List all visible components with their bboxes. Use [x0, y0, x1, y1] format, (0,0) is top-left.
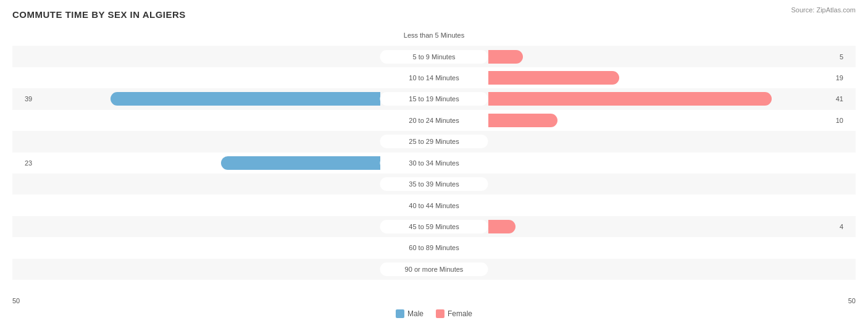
chart-row: Less than 5 Minutes: [12, 25, 856, 46]
axis-label-right: 50: [848, 297, 856, 304]
chart-container: COMMUTE TIME BY SEX IN ALGIERS Source: Z…: [0, 0, 868, 323]
center-label: 90 or more Minutes: [380, 262, 488, 276]
value-label-right: 19: [836, 74, 843, 82]
center-label: 35 to 39 Minutes: [380, 177, 488, 191]
center-label: 30 to 34 Minutes: [380, 156, 488, 170]
legend-female-box: [436, 309, 444, 318]
center-label: 25 to 29 Minutes: [380, 135, 488, 148]
bar-female: [488, 50, 523, 64]
chart-legend: Male Female: [396, 309, 472, 318]
chart-area: Less than 5 Minutes55 to 9 Minutes1910 t…: [12, 25, 856, 280]
center-label: 45 to 59 Minutes: [380, 220, 488, 233]
center-label: 20 to 24 Minutes: [380, 114, 488, 127]
bar-female: [488, 92, 772, 106]
center-label: 5 to 9 Minutes: [380, 50, 488, 64]
center-label: 15 to 19 Minutes: [380, 92, 488, 106]
chart-title: COMMUTE TIME BY SEX IN ALGIERS: [12, 9, 856, 20]
chart-row: 1910 to 14 Minutes: [12, 67, 856, 88]
chart-row: 40 to 44 Minutes: [12, 195, 856, 216]
legend-female: Female: [436, 309, 472, 318]
bar-female: [488, 220, 516, 233]
chart-row: 25 to 29 Minutes: [12, 131, 856, 152]
center-label: 10 to 14 Minutes: [380, 71, 488, 85]
value-label-right: 10: [836, 117, 843, 124]
value-label-right: 41: [836, 95, 843, 103]
chart-row: 55 to 9 Minutes: [12, 46, 856, 67]
bar-female: [488, 114, 557, 127]
value-label-right: 5: [840, 53, 843, 61]
value-label-left: 23: [25, 159, 32, 167]
axis-label-left: 50: [12, 297, 20, 304]
chart-row: 2330 to 34 Minutes: [12, 153, 856, 174]
source-label: Source: ZipAtlas.com: [791, 6, 856, 14]
chart-row: 445 to 59 Minutes: [12, 216, 856, 237]
chart-row: 35 to 39 Minutes: [12, 174, 856, 195]
bar-male: [111, 92, 380, 106]
legend-male: Male: [396, 309, 424, 318]
bar-female: [488, 71, 620, 85]
legend-female-label: Female: [448, 309, 472, 318]
chart-row: 90 or more Minutes: [12, 259, 856, 280]
legend-male-box: [396, 309, 404, 318]
chart-row: 1020 to 24 Minutes: [12, 110, 856, 131]
chart-row: 60 to 89 Minutes: [12, 237, 856, 258]
bar-male: [221, 156, 380, 170]
center-label: 60 to 89 Minutes: [380, 241, 488, 254]
chart-row: 394115 to 19 Minutes: [12, 88, 856, 109]
legend-male-label: Male: [407, 309, 424, 318]
value-label-left: 39: [25, 95, 32, 103]
center-label: Less than 5 Minutes: [380, 28, 488, 42]
center-label: 40 to 44 Minutes: [380, 199, 488, 212]
value-label-right: 4: [840, 223, 843, 230]
